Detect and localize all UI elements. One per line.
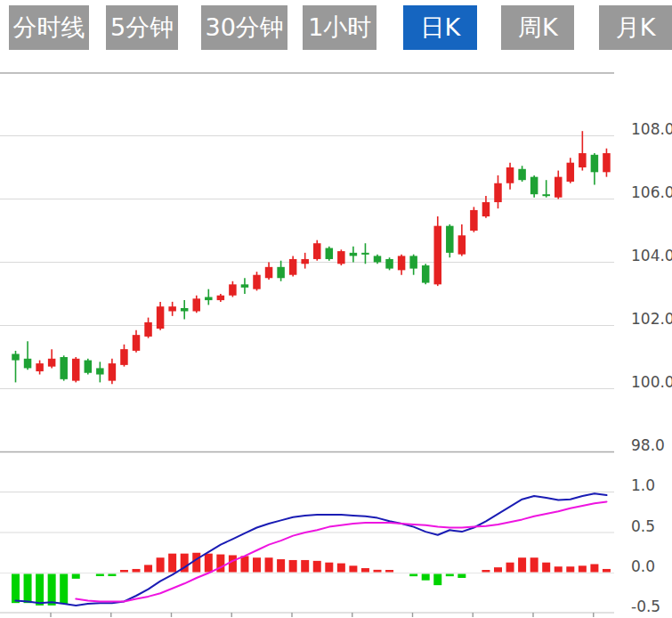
macd-hist-bar-up [168, 554, 176, 573]
macd-hist-bar-up [313, 561, 321, 573]
macd-hist-bar-down [446, 574, 454, 577]
macd-hist-bar-up [374, 570, 382, 573]
macd-hist-bar-up [555, 566, 563, 572]
macd-axis-label: 1.0 [631, 476, 655, 494]
macd-hist-bar-up [277, 559, 285, 572]
macd-hist-bar-up [494, 567, 502, 572]
candle-body-up [36, 363, 44, 371]
candle-body-up [603, 153, 611, 172]
candle-body-down [96, 368, 104, 374]
macd-hist-bar-up [325, 563, 333, 573]
macd-hist-bar-up [385, 570, 393, 573]
macd-hist-bar-up [253, 557, 261, 572]
price-axis-label: 102.0 [631, 310, 672, 328]
dea-line [76, 501, 606, 601]
dif-line [16, 493, 607, 606]
macd-hist-bar-up [301, 560, 309, 573]
macd-hist-bar-up [289, 560, 297, 573]
macd-hist-bar-up [240, 556, 248, 572]
candle-body-down [518, 169, 526, 180]
candle-body-up [48, 359, 56, 367]
macd-hist-bar-up [120, 570, 128, 573]
candle-body-up [144, 322, 152, 337]
candle-body-up [168, 306, 176, 311]
price-axis-label: 108.0 [631, 120, 672, 138]
macd-hist-bar-up [506, 563, 514, 573]
macd-hist-bar-down [422, 574, 430, 581]
candle-body-up [72, 359, 80, 381]
candle-body-up [193, 298, 201, 311]
candle-body-up [157, 306, 165, 329]
candle-body-down [326, 248, 334, 259]
candle-body-up [555, 177, 563, 198]
macd-hist-bar-down [457, 574, 466, 578]
candle-body-down [350, 253, 358, 256]
candle-body-up [109, 363, 116, 381]
candle-body-down [385, 259, 393, 269]
macd-hist-bar-up [229, 555, 237, 572]
candle-body-up [434, 226, 442, 285]
candle-body-up [458, 235, 466, 254]
candle-body-down [24, 359, 32, 369]
timeframe-toolbar: 分时线 5分钟 30分钟 1小时 日K 周K 月K [0, 5, 672, 50]
candle-body-down [374, 256, 382, 262]
candle-body-up [470, 210, 478, 231]
candle-body-up [482, 202, 490, 216]
macd-hist-bar-down [96, 574, 104, 577]
candle-body-down [422, 265, 430, 283]
candle-body-up [133, 335, 141, 351]
macd-hist-bar-down [24, 574, 32, 604]
macd-hist-bar-down [409, 574, 417, 577]
price-axis-label: 100.0 [631, 373, 672, 391]
macd-hist-bar-down [60, 574, 68, 605]
candle-body-down [85, 361, 93, 373]
macd-hist-bar-down [433, 574, 441, 586]
candle-body-up [337, 251, 345, 264]
macd-axis-label: 0.5 [631, 517, 655, 535]
tab-weekly-k[interactable]: 周K [501, 5, 574, 50]
candle-body-up [120, 349, 128, 365]
macd-hist-bar-up [518, 557, 526, 572]
candle-body-up [398, 256, 406, 270]
macd-hist-bar-up [192, 553, 200, 573]
candle-body-up [301, 259, 309, 264]
tab-30min[interactable]: 30分钟 [201, 5, 287, 50]
tab-time-line[interactable]: 分时线 [9, 5, 89, 50]
candle-body-down [181, 308, 189, 312]
kline-chart: 108.0106.0104.0102.0100.098.01.00.50.0-0… [0, 0, 672, 618]
candle-body-up [506, 167, 514, 183]
macd-hist-bar-down [108, 574, 116, 577]
candle-body-down [591, 155, 599, 173]
price-axis-label: 106.0 [631, 183, 672, 201]
macd-hist-bar-up [205, 554, 213, 573]
macd-axis-label: 0.0 [631, 557, 655, 575]
macd-hist-bar-up [361, 568, 369, 572]
candle-body-down [241, 284, 249, 288]
candle-body-down [542, 194, 550, 196]
price-axis-label: 98.0 [631, 436, 665, 454]
candle-body-up [579, 153, 587, 167]
macd-hist-bar-up [157, 557, 165, 572]
candle-body-down [60, 357, 68, 379]
candle-body-up [265, 267, 273, 278]
candle-body-up [289, 259, 297, 275]
candle-body-down [530, 177, 538, 195]
candle-body-down [205, 297, 213, 301]
tab-monthly-k[interactable]: 月K [599, 5, 672, 50]
candle-body-up [313, 243, 321, 259]
candle-body-down [361, 253, 369, 255]
macd-hist-bar-up [265, 557, 273, 572]
candle-body-up [229, 284, 237, 295]
tab-1hour[interactable]: 1小时 [303, 5, 376, 50]
tab-5min[interactable]: 5分钟 [106, 5, 178, 50]
macd-hist-bar-down [48, 574, 56, 606]
macd-hist-bar-up [349, 565, 357, 572]
candle-body-down [277, 267, 285, 278]
candle-body-down [409, 256, 417, 268]
candle-body-down [12, 354, 20, 360]
tab-daily-k[interactable]: 日K [403, 5, 477, 50]
macd-axis-label: -0.5 [631, 598, 660, 615]
macd-hist-bar-down [72, 574, 80, 579]
macd-hist-bar-up [542, 563, 550, 573]
macd-hist-bar-up [566, 566, 574, 572]
